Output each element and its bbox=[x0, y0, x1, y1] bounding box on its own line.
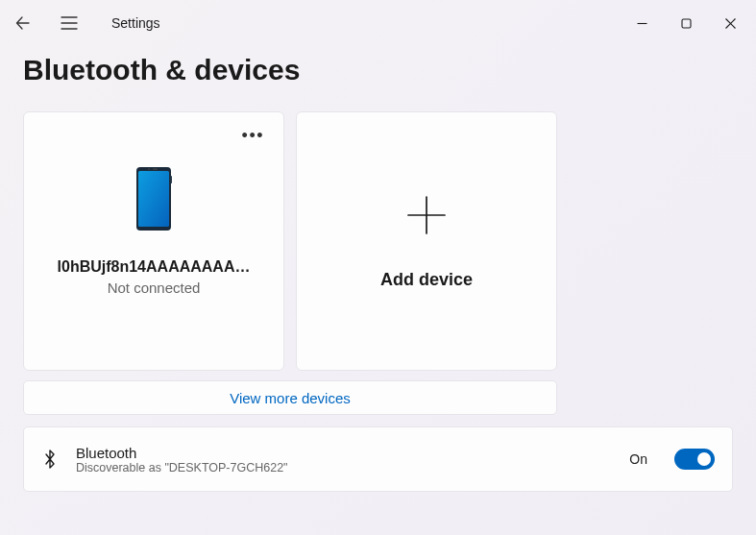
titlebar: Settings bbox=[0, 0, 756, 46]
app-title: Settings bbox=[111, 15, 160, 31]
content: Bluetooth & devices ••• bbox=[0, 46, 756, 492]
bluetooth-title: Bluetooth bbox=[76, 445, 612, 461]
titlebar-left: Settings bbox=[4, 4, 160, 42]
svg-rect-8 bbox=[138, 171, 169, 227]
svg-rect-4 bbox=[682, 19, 691, 28]
close-icon bbox=[725, 18, 736, 29]
add-device-label: Add device bbox=[380, 270, 473, 290]
maximize-button[interactable] bbox=[664, 8, 708, 38]
add-device-card[interactable]: Add device bbox=[296, 111, 557, 371]
maximize-icon bbox=[681, 18, 692, 29]
minimize-button[interactable] bbox=[620, 8, 664, 38]
bluetooth-setting-row[interactable]: Bluetooth Discoverable as "DESKTOP-7GCH6… bbox=[23, 426, 733, 492]
back-button[interactable] bbox=[4, 4, 42, 42]
page-title: Bluetooth & devices bbox=[23, 54, 733, 86]
hamburger-icon bbox=[61, 16, 78, 30]
bluetooth-text-column: Bluetooth Discoverable as "DESKTOP-7GCH6… bbox=[76, 445, 612, 474]
bluetooth-subtitle: Discoverable as "DESKTOP-7GCH622" bbox=[76, 461, 612, 474]
svg-point-11 bbox=[148, 168, 150, 170]
bluetooth-icon bbox=[41, 449, 59, 470]
paired-device-card[interactable]: ••• l0hBUjf8n14AAAAAAAA… bbox=[23, 111, 284, 371]
window-controls bbox=[620, 8, 752, 38]
bluetooth-toggle-state: On bbox=[629, 451, 647, 467]
phone-icon bbox=[135, 166, 172, 235]
plus-icon bbox=[404, 193, 449, 237]
device-card-more-button[interactable]: ••• bbox=[238, 122, 268, 150]
device-name: l0hBUjf8n14AAAAAAAA… bbox=[58, 258, 251, 276]
bluetooth-toggle[interactable] bbox=[674, 449, 715, 470]
device-status: Not connected bbox=[108, 280, 201, 296]
svg-rect-9 bbox=[171, 176, 173, 183]
back-arrow-icon bbox=[15, 15, 31, 31]
close-button[interactable] bbox=[708, 8, 752, 38]
view-more-label: View more devices bbox=[230, 390, 351, 406]
view-more-devices-button[interactable]: View more devices bbox=[23, 380, 557, 415]
menu-button[interactable] bbox=[50, 4, 88, 42]
svg-rect-10 bbox=[153, 169, 158, 170]
minimize-icon bbox=[637, 18, 647, 29]
device-cards-row: ••• l0hBUjf8n14AAAAAAAA… bbox=[23, 111, 733, 371]
toggle-knob bbox=[697, 452, 711, 466]
